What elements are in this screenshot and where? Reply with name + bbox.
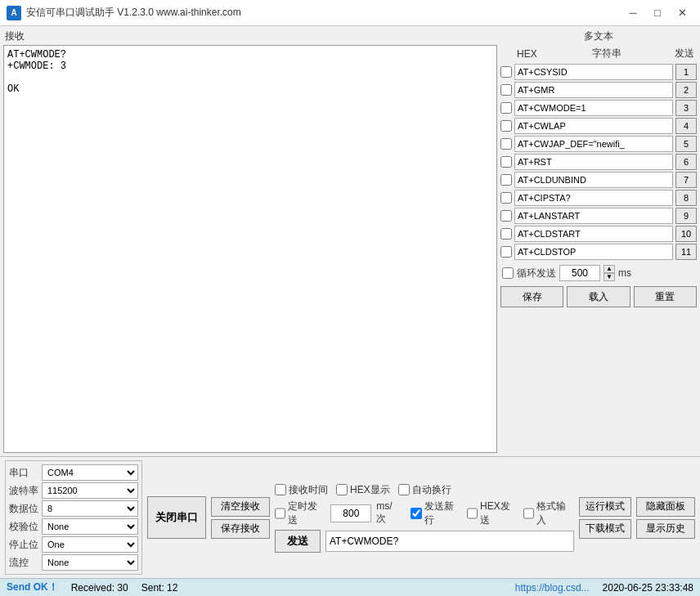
multitext-buttons: 保存 载入 重置 — [500, 286, 697, 307]
multitext-row-5-input[interactable] — [514, 136, 673, 152]
data-bits-select[interactable]: 8 — [42, 500, 138, 517]
multitext-row-6-input[interactable] — [514, 154, 673, 170]
bottom-bar: 串口 COM4 波特率 115200 数据位 8 — [0, 456, 700, 578]
format-label: 格式输入 — [536, 500, 574, 527]
multitext-header: 多文本 — [500, 29, 697, 43]
multitext-row-9-checkbox[interactable] — [500, 210, 512, 222]
multitext-row-9-input[interactable] — [514, 208, 673, 224]
hide-panel-button[interactable]: 隐藏面板 — [636, 497, 695, 517]
multitext-row: 11 — [500, 244, 697, 260]
multitext-send-6-button[interactable]: 6 — [675, 154, 697, 170]
mode-buttons: 运行模式 下载模式 — [579, 497, 631, 539]
multitext-row-2-checkbox[interactable] — [500, 84, 512, 96]
format-checkbox[interactable] — [523, 508, 534, 519]
minimize-button[interactable]: ─ — [621, 4, 644, 22]
top-section: 接收 AT+CWMODE? +CWMODE: 3 OK 多文本 HEX 字符串 … — [0, 26, 700, 456]
title-bar: A 安信可串口调试助手 V1.2.3.0 www.ai-thinker.com … — [0, 0, 700, 26]
auto-wrap-label: 自动换行 — [412, 483, 451, 497]
multitext-row: 2 — [500, 82, 697, 98]
multitext-row-7-input[interactable] — [514, 172, 673, 188]
multitext-row-3-input[interactable] — [514, 100, 673, 116]
hex-display-item: HEX显示 — [336, 483, 390, 497]
multitext-row: 9 — [500, 208, 697, 224]
send-input[interactable] — [325, 531, 574, 552]
multitext-row-10-checkbox[interactable] — [500, 228, 512, 240]
panel-buttons: 隐藏面板 显示历史 — [636, 497, 695, 539]
send-row: 发送 — [275, 530, 574, 553]
multitext-send-10-button[interactable]: 10 — [675, 226, 697, 242]
run-mode-button[interactable]: 运行模式 — [579, 497, 631, 517]
stop-bits-select[interactable]: One — [42, 536, 138, 553]
loop-interval-input[interactable] — [559, 265, 600, 281]
recv-time-checkbox[interactable] — [275, 484, 286, 495]
send-button[interactable]: 发送 — [275, 530, 321, 553]
flow-control-select[interactable]: None — [42, 554, 138, 571]
receive-panel: 接收 AT+CWMODE? +CWMODE: 3 OK — [3, 29, 497, 453]
close-button[interactable]: ✕ — [671, 4, 693, 22]
flow-control-label: 流控 — [9, 556, 38, 570]
multitext-reset-button[interactable]: 重置 — [634, 286, 697, 307]
auto-wrap-checkbox[interactable] — [398, 484, 410, 495]
parity-row: 校验位 None — [9, 518, 138, 535]
hex-send-checkbox[interactable] — [467, 508, 478, 519]
multitext-row-4-input[interactable] — [514, 118, 673, 134]
loop-send-checkbox[interactable] — [502, 267, 514, 279]
multitext-row-2-input[interactable] — [514, 82, 673, 98]
hex-display-checkbox[interactable] — [336, 484, 348, 495]
col-hex-label: HEX — [517, 48, 541, 60]
newline-checkbox[interactable] — [411, 508, 421, 519]
multitext-row-10-input[interactable] — [514, 226, 673, 242]
multitext-send-2-button[interactable]: 2 — [675, 82, 697, 98]
ms-label: ms — [618, 267, 631, 279]
multitext-send-5-button[interactable]: 5 — [675, 136, 697, 152]
loop-spinner-down[interactable]: ▼ — [604, 273, 615, 281]
multitext-row-3-checkbox[interactable] — [500, 102, 512, 114]
multitext-row-1-checkbox[interactable] — [500, 66, 512, 78]
hex-send-option: HEX发送 — [467, 500, 518, 527]
port-select[interactable]: COM4 — [42, 464, 138, 481]
timed-interval-input[interactable] — [330, 504, 371, 522]
multitext-load-button[interactable]: 载入 — [567, 286, 630, 307]
multitext-send-7-button[interactable]: 7 — [675, 172, 697, 188]
parity-select[interactable]: None — [42, 518, 138, 535]
multitext-send-4-button[interactable]: 4 — [675, 118, 697, 134]
stop-bits-label: 停止位 — [9, 538, 38, 552]
recv-time-item: 接收时间 — [275, 483, 328, 497]
multitext-send-3-button[interactable]: 3 — [675, 100, 697, 116]
multitext-row-1-input[interactable] — [514, 64, 673, 80]
save-receive-button[interactable]: 保存接收 — [211, 519, 270, 539]
port-row: 串口 COM4 — [9, 464, 138, 481]
multitext-row-11-checkbox[interactable] — [500, 246, 512, 258]
multitext-row-4-checkbox[interactable] — [500, 120, 512, 132]
blog-link[interactable]: https://blog.csd... — [515, 582, 590, 594]
loop-send-row: 循环发送 ▲ ▼ ms — [500, 265, 697, 281]
clear-receive-button[interactable]: 清空接收 — [211, 497, 270, 517]
recv-time-label: 接收时间 — [289, 483, 328, 497]
multitext-row: 6 — [500, 154, 697, 170]
multitext-row-6-checkbox[interactable] — [500, 156, 512, 168]
format-option: 格式输入 — [523, 500, 574, 527]
multitext-send-8-button[interactable]: 8 — [675, 190, 697, 206]
maximize-button[interactable]: □ — [646, 4, 669, 22]
data-bits-row: 数据位 8 — [9, 500, 138, 517]
loop-spinner-up[interactable]: ▲ — [604, 265, 615, 273]
show-history-button[interactable]: 显示历史 — [636, 519, 695, 539]
multitext-send-9-button[interactable]: 9 — [675, 208, 697, 224]
status-bar: Send OK！ Received: 30 Sent: 12 https://b… — [0, 578, 700, 596]
timed-send-checkbox[interactable] — [275, 508, 285, 519]
multitext-send-11-button[interactable]: 11 — [675, 244, 697, 260]
hex-display-label: HEX显示 — [350, 483, 390, 497]
auto-wrap-item: 自动换行 — [398, 483, 451, 497]
multitext-send-1-button[interactable]: 1 — [675, 64, 697, 80]
baud-select[interactable]: 115200 — [42, 482, 138, 499]
multitext-row-5-checkbox[interactable] — [500, 138, 512, 150]
receive-textarea[interactable]: AT+CWMODE? +CWMODE: 3 OK — [3, 45, 497, 453]
multitext-row-11-input[interactable] — [514, 244, 673, 260]
multitext-row-8-checkbox[interactable] — [500, 192, 512, 204]
multitext-row-7-checkbox[interactable] — [500, 174, 512, 186]
multitext-save-button[interactable]: 保存 — [500, 286, 563, 307]
download-mode-button[interactable]: 下载模式 — [579, 519, 631, 539]
multitext-row-8-input[interactable] — [514, 190, 673, 206]
open-port-button[interactable]: 关闭串口 — [147, 496, 206, 539]
action-buttons: 清空接收 保存接收 — [211, 497, 270, 539]
